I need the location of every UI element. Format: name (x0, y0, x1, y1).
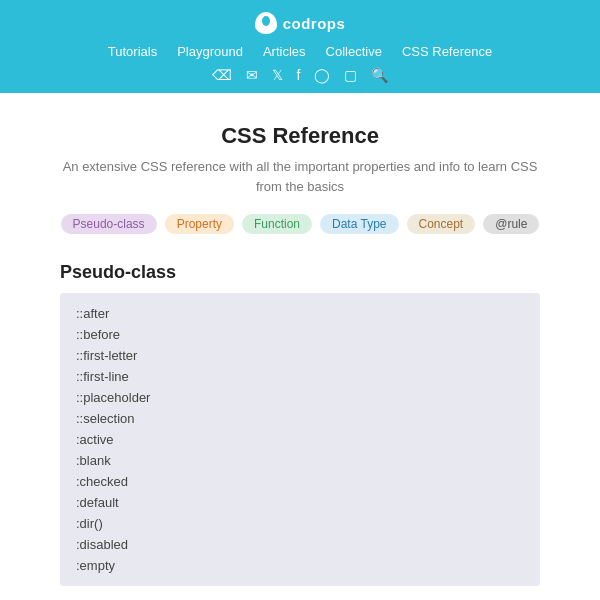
nav-articles[interactable]: Articles (263, 44, 306, 59)
badge-property[interactable]: Property (165, 214, 234, 234)
badge-concept[interactable]: Concept (407, 214, 476, 234)
badge-function[interactable]: Function (242, 214, 312, 234)
nav-css-reference[interactable]: CSS Reference (402, 44, 492, 59)
list-item[interactable]: ::first-line (76, 366, 524, 387)
nav-playground[interactable]: Playground (177, 44, 243, 59)
mail-icon[interactable]: ✉ (246, 67, 258, 83)
page-subtitle: An extensive CSS reference with all the … (60, 157, 540, 196)
social-icons-row: ⌫ ✉ 𝕏 f ◯ ▢ 🔍 (0, 67, 600, 83)
list-item[interactable]: :dir() (76, 513, 524, 534)
list-item[interactable]: :checked (76, 471, 524, 492)
main-content: CSS Reference An extensive CSS reference… (0, 93, 600, 600)
list-item[interactable]: ::before (76, 324, 524, 345)
nav-collective[interactable]: Collective (326, 44, 382, 59)
facebook-icon[interactable]: f (297, 67, 301, 83)
list-item[interactable]: ::first-letter (76, 345, 524, 366)
list-item[interactable]: :disabled (76, 534, 524, 555)
badge-data-type[interactable]: Data Type (320, 214, 398, 234)
list-item[interactable]: ::selection (76, 408, 524, 429)
page-title: CSS Reference (60, 123, 540, 149)
pseudo-class-list: ::after::before::first-letter::first-lin… (60, 293, 540, 586)
list-item[interactable]: ::after (76, 303, 524, 324)
list-item[interactable]: :default (76, 492, 524, 513)
site-header: codrops Tutorials Playground Articles Co… (0, 0, 600, 93)
section-title-pseudo-class: Pseudo-class (60, 262, 540, 283)
list-item[interactable]: ::placeholder (76, 387, 524, 408)
nav-tutorials[interactable]: Tutorials (108, 44, 157, 59)
instagram-icon[interactable]: ▢ (344, 67, 357, 83)
badge-rule[interactable]: @rule (483, 214, 539, 234)
filter-badges-row: Pseudo-class Property Function Data Type… (60, 214, 540, 234)
rss-icon[interactable]: ⌫ (212, 67, 232, 83)
list-item[interactable]: :empty (76, 555, 524, 576)
logo-area[interactable]: codrops (0, 12, 600, 34)
logo-drop-icon (255, 12, 277, 34)
search-icon[interactable]: 🔍 (371, 67, 388, 83)
github-icon[interactable]: ◯ (314, 67, 330, 83)
primary-nav: Tutorials Playground Articles Collective… (0, 44, 600, 59)
badge-pseudo-class[interactable]: Pseudo-class (61, 214, 157, 234)
logo-text: codrops (283, 15, 346, 32)
twitter-icon[interactable]: 𝕏 (272, 67, 283, 83)
list-item[interactable]: :blank (76, 450, 524, 471)
list-item[interactable]: :active (76, 429, 524, 450)
